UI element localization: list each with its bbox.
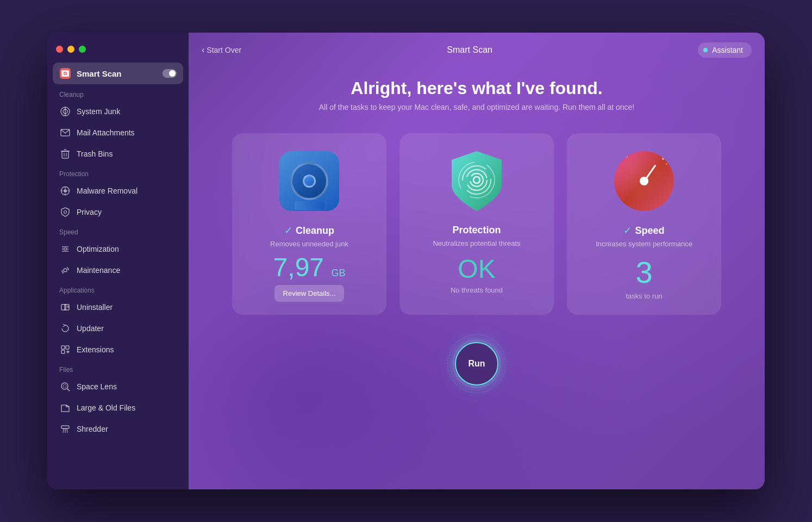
maximize-button[interactable] xyxy=(79,46,86,53)
svg-point-25 xyxy=(64,269,67,272)
sidebar-item-shredder[interactable]: Shredder xyxy=(47,419,183,439)
app-window: Smart Scan Cleanup System Junk xyxy=(47,33,765,489)
speed-card-note: tasks to run xyxy=(626,292,662,300)
sidebar-item-uninstaller[interactable]: Uninstaller xyxy=(47,297,183,318)
topbar-title: Smart Scan xyxy=(241,45,698,55)
svg-rect-26 xyxy=(61,304,66,310)
updater-label: Updater xyxy=(77,324,104,333)
assistant-button[interactable]: Assistant xyxy=(698,42,752,58)
privacy-label: Privacy xyxy=(77,208,102,216)
speed-card-icon-wrap xyxy=(611,148,677,214)
sidebar-item-maintenance[interactable]: Maintenance xyxy=(47,260,183,281)
svg-rect-34 xyxy=(61,350,65,353)
protection-card-icon-wrap xyxy=(444,148,509,214)
sidebar-item-trash-bins[interactable]: Trash Bins xyxy=(47,144,183,164)
cleanup-title-row: ✓ Cleanup xyxy=(284,225,334,237)
shredder-icon xyxy=(59,423,71,435)
svg-line-39 xyxy=(63,428,64,433)
speed-card-value: 3 xyxy=(635,254,652,290)
privacy-icon xyxy=(59,206,71,218)
sidebar-item-smart-scan[interactable]: Smart Scan xyxy=(53,63,183,84)
topbar: ‹ Start Over Smart Scan Assistant xyxy=(189,33,765,67)
sidebar-section-speed: Speed Optimization xyxy=(47,223,189,281)
maintenance-label: Maintenance xyxy=(77,266,120,275)
smart-scan-toggle[interactable] xyxy=(163,69,177,78)
trash-bins-label: Trash Bins xyxy=(77,150,113,158)
large-files-icon xyxy=(59,402,71,414)
svg-point-24 xyxy=(64,248,66,250)
svg-point-35 xyxy=(61,383,68,389)
space-lens-label: Space Lens xyxy=(77,382,117,391)
sidebar-item-extensions[interactable]: Extensions xyxy=(47,339,183,360)
section-label-speed: Speed xyxy=(47,223,189,238)
sidebar-section-applications: Applications Uninstaller xyxy=(47,281,189,361)
protection-card-note: No threats found xyxy=(451,286,503,294)
main-content: ‹ Start Over Smart Scan Assistant Alrigh… xyxy=(189,33,765,489)
cleanup-card-subtitle: Removes unneeded junk xyxy=(270,240,348,248)
sidebar-item-large-old-files[interactable]: Large & Old Files xyxy=(47,397,183,418)
back-button[interactable]: ‹ Start Over xyxy=(202,45,241,55)
section-label-applications: Applications xyxy=(47,281,189,296)
speed-checkmark-icon: ✓ xyxy=(623,225,632,237)
extensions-icon xyxy=(59,344,71,356)
back-label: Start Over xyxy=(207,46,241,54)
speed-title-row: ✓ Speed xyxy=(623,225,664,237)
svg-point-14 xyxy=(64,189,67,192)
cleanup-card-icon-wrap xyxy=(277,148,342,214)
sidebar-item-updater[interactable]: Updater xyxy=(47,318,183,339)
large-old-files-label: Large & Old Files xyxy=(77,403,135,412)
optimization-label: Optimization xyxy=(77,245,119,253)
sidebar-item-malware-removal[interactable]: Malware Removal xyxy=(47,181,183,201)
sidebar-item-mail-attachments[interactable]: Mail Attachments xyxy=(47,122,183,143)
svg-point-19 xyxy=(64,211,67,214)
speed-card: ✓ Speed Increases system performance 3 t… xyxy=(567,133,721,315)
protection-shield-icon xyxy=(447,148,507,214)
run-button-wrap: Run xyxy=(455,342,498,386)
smart-scan-label: Smart Scan xyxy=(77,69,157,78)
uninstaller-label: Uninstaller xyxy=(77,303,113,312)
cleanup-checkmark-icon: ✓ xyxy=(284,225,292,237)
sidebar-item-space-lens[interactable]: Space Lens xyxy=(47,376,183,397)
back-chevron-icon: ‹ xyxy=(202,45,204,55)
mail-icon xyxy=(59,127,71,139)
speed-card-title: Speed xyxy=(635,225,664,237)
review-details-button[interactable]: Review Details... xyxy=(274,285,345,302)
mail-attachments-label: Mail Attachments xyxy=(77,128,135,137)
protection-card-value: OK xyxy=(458,254,495,284)
shredder-label: Shredder xyxy=(77,425,108,433)
extensions-label: Extensions xyxy=(77,345,114,354)
system-junk-label: System Junk xyxy=(77,107,120,116)
sidebar: Smart Scan Cleanup System Junk xyxy=(47,33,189,489)
svg-line-41 xyxy=(67,428,67,433)
protection-card: Protection Neutralizes potential threats… xyxy=(399,133,554,315)
malware-removal-label: Malware Removal xyxy=(77,187,138,195)
sidebar-item-optimization[interactable]: Optimization xyxy=(47,239,183,259)
space-lens-icon xyxy=(59,381,71,393)
svg-rect-8 xyxy=(62,151,68,158)
cleanup-card-value: 7,97 GB xyxy=(273,254,346,281)
minimize-button[interactable] xyxy=(67,46,74,53)
smart-scan-icon xyxy=(59,67,71,79)
run-button[interactable]: Run xyxy=(455,342,498,386)
sidebar-section-protection: Protection Malware Removal xyxy=(47,165,189,223)
cleanup-card: ✓ Cleanup Removes unneeded junk 7,97 GB … xyxy=(232,133,386,315)
content-area: Alright, here's what I've found. All of … xyxy=(189,67,765,489)
uninstaller-icon xyxy=(59,301,71,313)
traffic-lights xyxy=(47,41,189,61)
protection-title-row: Protection xyxy=(452,225,501,236)
svg-rect-31 xyxy=(66,346,69,349)
main-headline: Alright, here's what I've found. xyxy=(351,78,602,98)
system-junk-icon xyxy=(59,105,71,117)
maintenance-icon xyxy=(59,264,71,276)
sidebar-item-privacy[interactable]: Privacy xyxy=(47,202,183,222)
svg-point-3 xyxy=(65,73,66,74)
section-label-protection: Protection xyxy=(47,165,189,180)
svg-point-37 xyxy=(63,384,66,388)
cleanup-card-title: Cleanup xyxy=(296,225,334,237)
run-button-glow xyxy=(447,334,506,393)
section-label-cleanup: Cleanup xyxy=(47,85,189,101)
sidebar-item-system-junk[interactable]: System Junk xyxy=(47,101,183,122)
trash-icon xyxy=(59,148,71,160)
close-button[interactable] xyxy=(56,46,63,53)
speed-gauge-icon xyxy=(614,151,674,211)
